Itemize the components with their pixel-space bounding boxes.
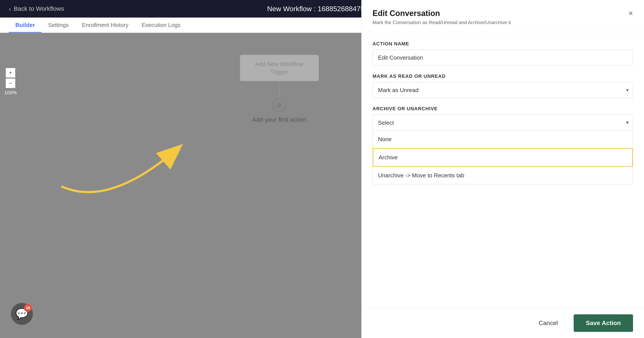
panel-title: Edit Conversation (372, 9, 511, 18)
connector-line (279, 81, 280, 99)
tab-execution-logs[interactable]: Execution Logs (135, 17, 187, 33)
workflow-trigger-box[interactable]: Add New Workflow Trigger (240, 55, 319, 81)
close-panel-button[interactable]: × (628, 9, 633, 18)
back-label: Back to Workflows (14, 5, 64, 12)
zoom-controls: + − 100% (4, 68, 17, 96)
back-to-workflows-link[interactable]: ‹ Back to Workflows (9, 5, 64, 13)
zoom-level: 100% (4, 90, 17, 96)
add-action-button[interactable]: ⊕ (273, 99, 286, 112)
back-arrow-icon: ‹ (9, 5, 11, 13)
cancel-button[interactable]: Cancel (528, 314, 568, 332)
save-action-button[interactable]: Save Action (574, 314, 633, 332)
archive-select-wrapper: Select None Archive Unarchive -> Move to… (372, 115, 633, 130)
tab-builder[interactable]: Builder (9, 17, 42, 33)
workflow-title: New Workflow : 1688526884759 ✎ (267, 5, 377, 13)
mark-read-select-wrapper: Mark as Unread Mark as Read ▾ (372, 82, 633, 98)
plus-icon: ⊕ (276, 101, 282, 110)
action-name-input[interactable] (372, 50, 633, 66)
annotation-arrow (44, 116, 197, 204)
notification-badge: 18 (24, 304, 32, 312)
edit-conversation-panel: Edit Conversation Mark the Conversation … (361, 0, 644, 338)
archive-label: ARCHIVE OR UNARCHIVE (372, 106, 633, 112)
action-name-label: ACTION NAME (372, 41, 633, 47)
chat-badge[interactable]: 💬 18 (11, 303, 33, 325)
panel-footer: Cancel Save Action (362, 308, 644, 338)
dropdown-option-unarchive[interactable]: Unarchive -> Move to Recents tab (373, 167, 633, 184)
mark-read-select[interactable]: Mark as Unread Mark as Read (372, 82, 633, 98)
tab-settings[interactable]: Settings (42, 17, 76, 33)
archive-select[interactable]: Select None Archive Unarchive -> Move to… (372, 115, 633, 130)
zoom-out-button[interactable]: − (6, 78, 15, 88)
dropdown-option-archive[interactable]: Archive (373, 148, 633, 167)
tab-enrollment-history[interactable]: Enrollment History (76, 17, 135, 33)
panel-header: Edit Conversation Mark the Conversation … (362, 0, 644, 32)
dropdown-option-none[interactable]: None (373, 131, 633, 148)
archive-dropdown-open: None Archive Unarchive -> Move to Recent… (372, 130, 633, 184)
panel-body: ACTION NAME MARK AS READ OR UNREAD Mark … (362, 32, 644, 308)
trigger-label: Add New Workflow Trigger (255, 60, 303, 76)
zoom-in-button[interactable]: + (6, 68, 15, 78)
panel-subtitle: Mark the Conversation as Read/Unread and… (372, 20, 511, 26)
mark-read-label: MARK AS READ OR UNREAD (372, 74, 633, 79)
first-action-label: Add your first action (252, 116, 306, 123)
